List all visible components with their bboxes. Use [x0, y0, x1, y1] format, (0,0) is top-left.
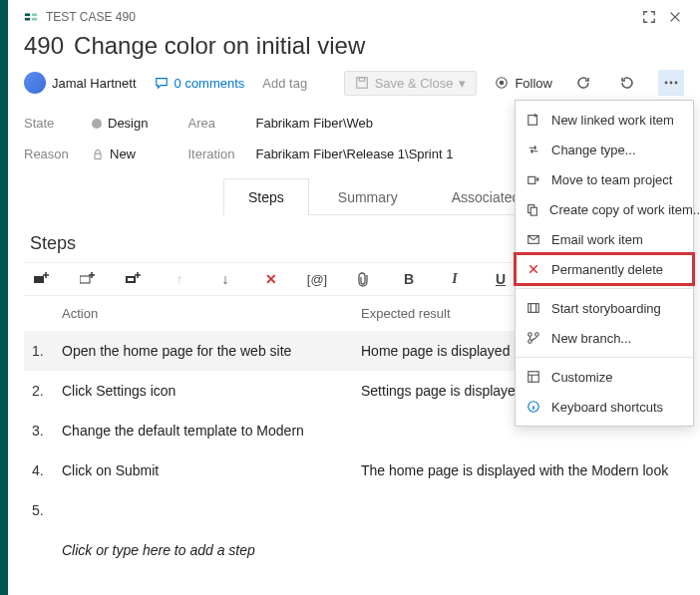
- avatar: [24, 72, 46, 94]
- menu-new-linked[interactable]: New linked work item: [516, 105, 693, 135]
- menu-label: Create copy of work item...: [549, 202, 700, 217]
- svg-point-7: [501, 81, 505, 85]
- svg-rect-4: [356, 78, 367, 89]
- menu-label: Change type...: [551, 143, 636, 157]
- svg-point-9: [670, 82, 673, 85]
- menu-create-copy[interactable]: Create copy of work item...: [516, 194, 693, 224]
- work-item-type-icon: [24, 10, 38, 24]
- comments-link[interactable]: 0 comments: [155, 76, 245, 91]
- ellipsis-icon: [663, 75, 679, 91]
- tab-steps[interactable]: Steps: [223, 178, 309, 215]
- titlebar-label: TEST CASE 490: [46, 10, 136, 24]
- work-item-title[interactable]: Change color on initial view: [74, 32, 365, 60]
- attach-button[interactable]: [353, 269, 373, 289]
- menu-permanently-delete[interactable]: Permanently delete: [516, 254, 693, 284]
- insert-param-button[interactable]: [124, 269, 144, 289]
- add-step-row[interactable]: Click or type here to add a step: [24, 530, 684, 570]
- step-action[interactable]: Click on Submit: [62, 462, 361, 478]
- follow-icon: [495, 76, 509, 90]
- delete-step-button[interactable]: ✕: [261, 269, 281, 289]
- comment-icon: [155, 76, 169, 90]
- bold-button[interactable]: B: [399, 269, 419, 289]
- svg-rect-11: [95, 153, 101, 158]
- insert-step-button[interactable]: [32, 269, 52, 289]
- iteration-label: Iteration: [187, 147, 241, 161]
- meta-row: Jamal Hartnett 0 comments Add tag Save &…: [24, 70, 684, 96]
- paperclip-icon: [356, 271, 370, 287]
- chevron-down-icon: ▾: [459, 76, 466, 91]
- lock-icon: [92, 149, 104, 160]
- svg-rect-19: [530, 207, 536, 215]
- refresh-button[interactable]: [570, 70, 596, 96]
- customize-icon: [525, 369, 541, 385]
- area-label: Area: [187, 116, 241, 131]
- move-down-button[interactable]: ↓: [215, 269, 235, 289]
- header-action: Action: [62, 306, 361, 321]
- underline-button[interactable]: U: [491, 269, 511, 289]
- state-circle-icon: [92, 119, 102, 129]
- refresh-icon: [575, 75, 591, 91]
- step-action[interactable]: Change the default template to Modern: [62, 423, 361, 439]
- insert-shared-step-button[interactable]: [78, 269, 98, 289]
- title-row: 490 Change color on initial view: [24, 32, 684, 60]
- menu-label: Email work item: [551, 232, 643, 247]
- italic-button[interactable]: I: [445, 269, 465, 289]
- delete-icon: [525, 261, 541, 277]
- menu-label: Customize: [551, 370, 612, 385]
- svg-rect-0: [25, 14, 30, 17]
- add-tag-button[interactable]: Add tag: [262, 76, 307, 91]
- titlebar: TEST CASE 490: [24, 8, 684, 26]
- fullscreen-icon[interactable]: [640, 8, 658, 26]
- menu-label: Keyboard shortcuts: [551, 400, 663, 415]
- move-up-button: ↑: [170, 269, 189, 289]
- menu-label: Start storyboarding: [551, 301, 661, 316]
- state-value-text: Design: [108, 116, 148, 131]
- storyboard-icon: [525, 300, 541, 316]
- menu-separator: [516, 357, 693, 358]
- menu-separator: [516, 288, 693, 289]
- iteration-value[interactable]: Fabrikam Fiber\Release 1\Sprint 1: [255, 147, 453, 161]
- tab-summary[interactable]: Summary: [313, 178, 423, 215]
- area-value[interactable]: Fabrikam Fiber\Web: [255, 116, 373, 131]
- step-number: 3.: [32, 423, 62, 439]
- table-row[interactable]: 5.: [24, 490, 684, 530]
- follow-button[interactable]: Follow: [495, 76, 552, 91]
- mention-button[interactable]: [@]: [307, 269, 327, 289]
- table-row[interactable]: 4. Click on Submit The home page is disp…: [24, 450, 684, 490]
- reason-value-text: New: [110, 147, 136, 161]
- assignee[interactable]: Jamal Hartnett: [24, 72, 137, 94]
- info-icon: [525, 399, 541, 415]
- step-action[interactable]: Open the home page for the web site: [62, 343, 361, 359]
- step-number: 2.: [32, 383, 62, 399]
- menu-customize[interactable]: Customize: [516, 362, 693, 392]
- step-number: 1.: [32, 343, 62, 359]
- header-expected: Expected result: [361, 306, 451, 321]
- svg-point-10: [675, 82, 678, 85]
- save-icon: [355, 76, 369, 90]
- follow-label: Follow: [515, 76, 552, 91]
- svg-rect-3: [32, 18, 37, 21]
- revert-button[interactable]: [614, 70, 640, 96]
- svg-rect-15: [128, 278, 134, 281]
- menu-move-team[interactable]: Move to team project: [516, 164, 693, 194]
- svg-point-22: [528, 333, 532, 337]
- menu-new-branch[interactable]: New branch...: [516, 323, 693, 353]
- svg-rect-25: [528, 372, 539, 383]
- copy-icon: [525, 201, 539, 217]
- more-actions-button[interactable]: [658, 70, 684, 96]
- svg-rect-12: [34, 276, 44, 283]
- assignee-name: Jamal Hartnett: [52, 76, 137, 91]
- menu-change-type[interactable]: Change type...: [516, 135, 693, 164]
- branch-icon: [525, 330, 541, 346]
- close-icon[interactable]: [666, 8, 684, 26]
- menu-email[interactable]: Email work item: [516, 224, 693, 254]
- menu-storyboard[interactable]: Start storyboarding: [516, 293, 693, 323]
- svg-rect-2: [32, 14, 37, 17]
- reason-label: Reason: [24, 147, 78, 161]
- add-step-placeholder[interactable]: Click or type here to add a step: [62, 542, 361, 558]
- reason-value[interactable]: New: [92, 147, 136, 161]
- state-value[interactable]: Design: [92, 116, 148, 131]
- menu-shortcuts[interactable]: Keyboard shortcuts: [516, 392, 693, 422]
- step-action[interactable]: Click Settings icon: [62, 383, 361, 399]
- step-expected[interactable]: The home page is displayed with the Mode…: [361, 462, 676, 478]
